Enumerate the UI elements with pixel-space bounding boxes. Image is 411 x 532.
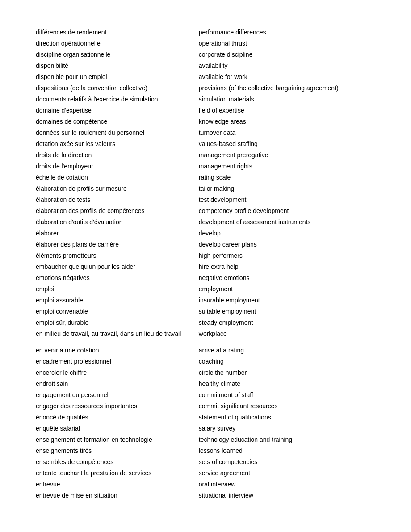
english-term: lessons learned <box>199 445 375 457</box>
french-term: embaucher quelqu'un pour les aider <box>36 261 199 272</box>
glossary-row: éléments prometteurshigh performers <box>36 250 375 261</box>
glossary-row: énoncé de qualitésstatement of qualifica… <box>36 412 375 423</box>
glossary-row: disponible pour un emploiavailable for w… <box>36 71 375 83</box>
french-term: emploi convenable <box>36 306 199 317</box>
glossary-row: ensembles de compétencessets of competen… <box>36 457 375 468</box>
english-term: arrive at a rating <box>199 345 375 356</box>
english-term: provisions (of the collective bargaining… <box>199 83 375 94</box>
english-term: insurable employment <box>199 295 375 306</box>
english-term: develop <box>199 228 375 239</box>
english-term: turnover data <box>199 127 375 138</box>
french-term: en venir à une cotation <box>36 345 199 356</box>
glossary-row: élaboration d'outils d'évaluationdevelop… <box>36 217 375 228</box>
glossary-row: encadrement professionnelcoaching <box>36 356 375 367</box>
glossary-row: dispositions (de la convention collectiv… <box>36 83 375 94</box>
english-term: corporate discipline <box>199 49 375 60</box>
glossary-row: élaborer des plans de carrièredevelop ca… <box>36 239 375 250</box>
english-term: hire extra help <box>199 261 375 272</box>
french-term: échelle de cotation <box>36 172 199 183</box>
french-term: engagement du personnel <box>36 390 199 401</box>
glossary-row: disponibilitéavailability <box>36 60 375 71</box>
french-term: élaboration de tests <box>36 194 199 205</box>
english-term: negative emotions <box>199 272 375 284</box>
glossary-row: enseignements tiréslessons learned <box>36 445 375 457</box>
french-term: disponibilité <box>36 60 199 71</box>
english-term: sets of competencies <box>199 457 375 468</box>
glossary-row: emploi sûr, durablesteady employment <box>36 317 375 328</box>
glossary-row: données sur le roulement du personneltur… <box>36 127 375 138</box>
glossary-row: discipline organisationnellecorporate di… <box>36 49 375 60</box>
glossary-row: emploi convenablesuitable employment <box>36 306 375 317</box>
english-term: employment <box>199 284 375 295</box>
french-term: domaines de compétence <box>36 116 199 127</box>
english-term: simulation materials <box>199 94 375 105</box>
french-term: entente touchant la prestation de servic… <box>36 468 199 479</box>
glossary-row: élaborerdevelop <box>36 228 375 239</box>
glossary-row: engagement du personnelcommitment of sta… <box>36 390 375 401</box>
english-term: commit significant resources <box>199 401 375 412</box>
english-term: technology education and training <box>199 434 375 445</box>
english-term: steady employment <box>199 317 375 328</box>
french-term: entrevue <box>36 479 199 490</box>
french-term: enseignement et formation en technologie <box>36 434 199 445</box>
glossary-table: différences de rendementperformance diff… <box>36 27 375 501</box>
french-term: droits de l'employeur <box>36 161 199 172</box>
french-term: élaboration de profils sur mesure <box>36 183 199 194</box>
french-term: données sur le roulement du personnel <box>36 127 199 138</box>
french-term: encercler le chiffre <box>36 367 199 378</box>
french-term: élaborer <box>36 228 199 239</box>
glossary-row: émotions négativesnegative emotions <box>36 272 375 284</box>
glossary-row: droits de l'employeurmanagement rights <box>36 161 375 172</box>
french-term: disponible pour un emploi <box>36 71 199 83</box>
french-term: éléments prometteurs <box>36 250 199 261</box>
english-term: performance differences <box>199 27 375 38</box>
glossary-row: en venir à une cotationarrive at a ratin… <box>36 345 375 356</box>
glossary-row: en milieu de travail, au travail, dans u… <box>36 328 375 339</box>
french-term: domaine d'expertise <box>36 105 199 116</box>
english-term: oral interview <box>199 479 375 490</box>
french-term: élaboration d'outils d'évaluation <box>36 217 199 228</box>
french-term: émotions négatives <box>36 272 199 284</box>
french-term: emploi sûr, durable <box>36 317 199 328</box>
french-term: entrevue de mise en situation <box>36 490 199 501</box>
french-term: en milieu de travail, au travail, dans u… <box>36 328 199 339</box>
french-term: engager des ressources importantes <box>36 401 199 412</box>
french-term: encadrement professionnel <box>36 356 199 367</box>
french-term: emploi assurable <box>36 295 199 306</box>
french-term: élaborer des plans de carrière <box>36 239 199 250</box>
english-term: available for work <box>199 71 375 83</box>
english-term: availability <box>199 60 375 71</box>
french-term: enseignements tirés <box>36 445 199 457</box>
english-term: salary survey <box>199 423 375 434</box>
french-term: enquête salarial <box>36 423 199 434</box>
glossary-row: élaboration des profils de compétencesco… <box>36 205 375 217</box>
english-term: development of assessment instruments <box>199 217 375 228</box>
glossary-row: entente touchant la prestation de servic… <box>36 468 375 479</box>
glossary-row: documents relatifs à l'exercice de simul… <box>36 94 375 105</box>
english-term: operational thrust <box>199 38 375 49</box>
glossary-row: élaboration de teststest development <box>36 194 375 205</box>
glossary-row: endroit sainhealthy climate <box>36 378 375 390</box>
english-term: tailor making <box>199 183 375 194</box>
french-term: dispositions (de la convention collectiv… <box>36 83 199 94</box>
glossary-row: enquête salarialsalary survey <box>36 423 375 434</box>
english-term: knowledge areas <box>199 116 375 127</box>
glossary-row: domaine d'expertisefield of expertise <box>36 105 375 116</box>
french-term: ensembles de compétences <box>36 457 199 468</box>
english-term: management rights <box>199 161 375 172</box>
glossary-row <box>36 339 375 345</box>
glossary-row: domaines de compétenceknowledge areas <box>36 116 375 127</box>
english-term: rating scale <box>199 172 375 183</box>
glossary-row: emploi assurableinsurable employment <box>36 295 375 306</box>
glossary-row: emploiemployment <box>36 284 375 295</box>
french-term: énoncé de qualités <box>36 412 199 423</box>
english-term: test development <box>199 194 375 205</box>
english-term: develop career plans <box>199 239 375 250</box>
english-term: situational interview <box>199 490 375 501</box>
french-term: direction opérationnelle <box>36 38 199 49</box>
glossary-row: entrevueoral interview <box>36 479 375 490</box>
english-term: circle the number <box>199 367 375 378</box>
english-term: statement of qualifications <box>199 412 375 423</box>
english-term: coaching <box>199 356 375 367</box>
french-term: dotation axée sur les valeurs <box>36 138 199 150</box>
